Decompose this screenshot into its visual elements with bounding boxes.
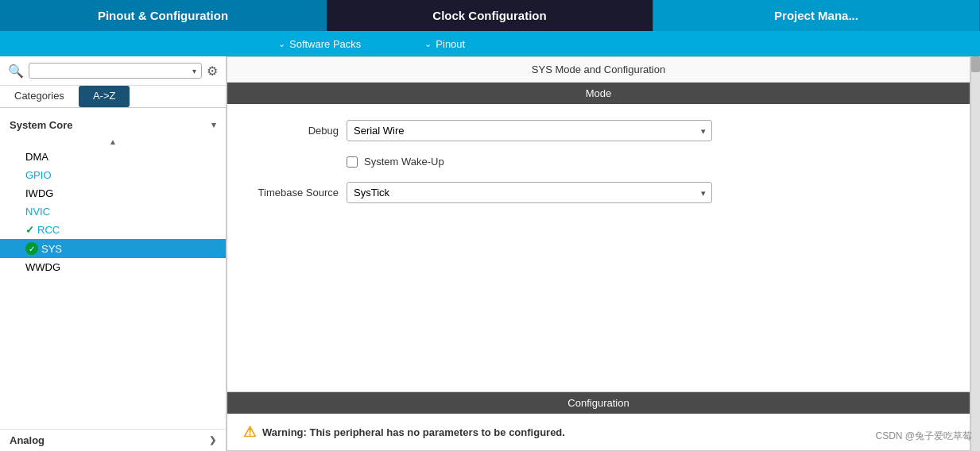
subnav-pinout[interactable]: ⌄ Pinout [393,31,497,56]
debug-select-wrapper: Serial Wire No Debug JTAG (5 pins) JTAG … [347,120,712,141]
gear-icon[interactable]: ⚙ [207,64,218,79]
nav-project-label: Project Mana... [774,9,858,22]
tab-az[interactable]: A->Z [79,86,130,107]
watermark: CSDN @兔子爱吃草莓 [875,430,972,443]
panel-title: SYS Mode and Configuration [227,57,970,83]
rcc-label: RCC [37,224,60,236]
main-panel: SYS Mode and Configuration Mode Debug Se… [227,56,970,451]
chevron-down-icon: ⌄ [278,39,285,49]
analog-label: Analog [10,434,45,446]
category-section: System Core ▾ ▲ DMA GPIO IWDG NVIC [0,108,226,283]
nav-pinout-label: Pinout & Configuration [98,9,228,22]
sidebar-item-wwdg[interactable]: WWDG [16,258,226,276]
check-mark-icon: ✓ [25,224,34,236]
warning-icon: ⚠ [243,423,256,441]
timebase-select[interactable]: SysTick TIM1 TIM2 TIM3 [347,182,712,203]
expand-arrow-icon: ❯ [209,435,216,445]
up-arrow-icon: ▲ [109,137,117,146]
system-core-label: System Core [10,119,72,131]
mode-label: Mode [586,87,612,99]
subnav-software-packs-label: Software Packs [289,38,361,50]
sidebar-item-sys[interactable]: ✓ SYS [0,239,226,258]
content-row: SYS Mode and Configuration Mode Debug Se… [227,56,980,451]
config-label: Configuration [567,397,629,409]
panel-scrollbar[interactable] [970,56,980,451]
dropdown-arrow-icon[interactable]: ▾ [192,67,196,75]
sidebar-item-rcc[interactable]: ✓ RCC [16,221,226,239]
chevron-down-icon: ⌄ [424,39,432,49]
sidebar-item-iwdg[interactable]: IWDG [16,184,226,202]
watermark-text: CSDN @兔子爱吃草莓 [875,430,972,441]
tab-bar: Categories A->Z [0,86,226,108]
tab-categories[interactable]: Categories [0,86,79,107]
config-section: Configuration ⚠ Warning: This peripheral… [227,391,970,450]
top-navigation: Pinout & Configuration Clock Configurati… [0,0,980,31]
sidebar-item-nvic[interactable]: NVIC [16,202,226,221]
nav-clock-label: Clock Configuration [432,9,546,22]
iwdg-label: IWDG [25,187,53,199]
check-circle-icon: ✓ [25,242,38,255]
sidebar-item-gpio[interactable]: GPIO [16,166,226,184]
wwdg-label: WWDG [25,261,60,273]
search-input-wrapper: ▾ [29,63,202,79]
scrollbar-thumb [971,56,980,72]
warning-text: Warning: This peripheral has no paramete… [262,426,565,438]
sub-navigation: ⌄ Software Packs ⌄ Pinout [0,31,980,56]
config-section-header: Configuration [227,392,970,414]
nvic-label: NVIC [25,206,50,218]
system-wakeup-row: System Wake-Up [243,156,954,168]
nav-clock-config[interactable]: Clock Configuration [327,0,653,31]
gpio-label: GPIO [25,169,52,181]
nav-pinout-config[interactable]: Pinout & Configuration [0,0,327,31]
subnav-software-packs[interactable]: ⌄ Software Packs [246,31,393,56]
search-bar: 🔍 ▾ ⚙ [0,56,226,86]
system-wakeup-label: System Wake-Up [364,156,444,168]
subnav-pinout-label: Pinout [436,38,465,50]
mode-section-header: Mode [227,83,970,104]
sidebar-item-dma[interactable]: DMA [16,148,226,166]
timebase-row: Timebase Source SysTick TIM1 TIM2 TIM3 ▾ [243,182,954,203]
debug-row: Debug Serial Wire No Debug JTAG (5 pins)… [243,120,954,141]
scroll-up-indicator: ▲ [0,136,226,148]
nav-project-manager[interactable]: Project Mana... [653,0,980,31]
main-layout: 🔍 ▾ ⚙ Categories A->Z System Core ▾ ▲ [0,56,980,451]
search-input[interactable] [34,65,192,76]
timebase-label: Timebase Source [243,187,339,199]
analog-category[interactable]: Analog ❯ [0,429,226,451]
category-items: DMA GPIO IWDG NVIC ✓ RCC ✓ SYS [0,148,226,276]
content-area: SYS Mode and Configuration Mode Debug Se… [227,56,980,451]
sys-label: SYS [41,243,62,255]
dma-label: DMA [25,151,48,163]
debug-label: Debug [243,125,339,137]
timebase-select-wrapper: SysTick TIM1 TIM2 TIM3 ▾ [347,182,712,203]
warning-row: ⚠ Warning: This peripheral has no parame… [227,414,970,450]
system-core-header[interactable]: System Core ▾ [0,114,226,136]
system-wakeup-checkbox[interactable] [347,156,358,168]
mode-section: Debug Serial Wire No Debug JTAG (5 pins)… [227,104,970,391]
debug-select[interactable]: Serial Wire No Debug JTAG (5 pins) JTAG … [347,120,712,141]
collapse-arrow-icon: ▾ [211,120,216,130]
sidebar: 🔍 ▾ ⚙ Categories A->Z System Core ▾ ▲ [0,56,227,451]
panel-title-text: SYS Mode and Configuration [532,64,665,75]
search-icon: 🔍 [8,64,24,79]
